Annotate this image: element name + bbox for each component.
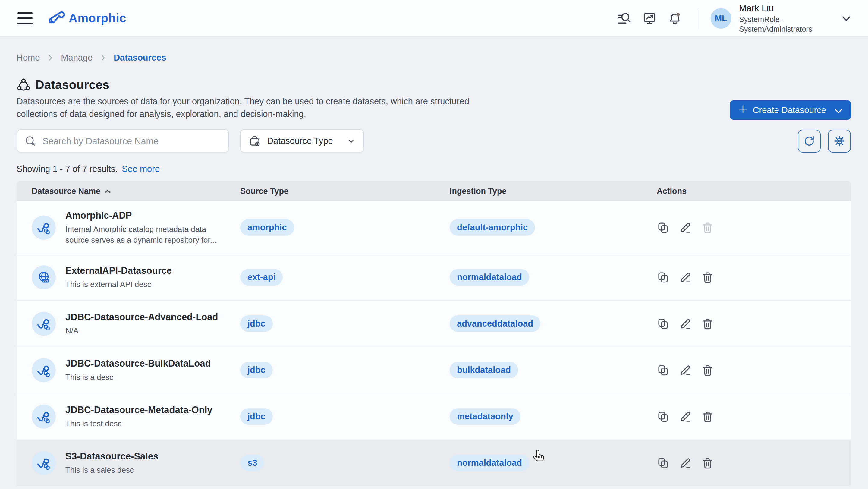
delete-icon[interactable] xyxy=(701,364,714,376)
create-datasource-button[interactable]: Create Datasource xyxy=(730,100,851,120)
column-header-actions: Actions xyxy=(657,187,851,196)
table-row[interactable]: API JDBC-Datasource-Advanced-Load N/A jd… xyxy=(17,300,851,347)
table-row[interactable]: API ExternalAPI-Datasource This is exter… xyxy=(17,254,851,300)
page-description: Datasources are the sources of data for … xyxy=(17,95,487,120)
results-count: Showing 1 - 7 of 7 results. xyxy=(17,164,118,174)
amorphic-link-icon xyxy=(36,456,51,470)
clone-icon[interactable] xyxy=(657,457,670,469)
ingestion-type-cell: metadataonly xyxy=(450,408,657,425)
refresh-button[interactable] xyxy=(798,130,821,153)
ingestion-type-badge: normaldataload xyxy=(450,455,529,471)
row-description: This is a sales desc xyxy=(65,465,158,476)
delete-icon[interactable] xyxy=(701,271,714,284)
create-datasource-label: Create Datasource xyxy=(753,105,826,115)
delete-icon[interactable] xyxy=(701,221,714,234)
breadcrumb-manage[interactable]: Manage xyxy=(61,53,93,63)
table-body: API Amorphic-ADP Internal Amorphic catal… xyxy=(17,201,851,486)
datasource-name-cell: API Amorphic-ADP Internal Amorphic catal… xyxy=(32,203,240,252)
filter-label: Datasource Type xyxy=(267,136,347,146)
clone-icon[interactable] xyxy=(657,410,670,423)
table-settings-button[interactable] xyxy=(828,130,851,153)
datasource-type-avatar: API xyxy=(32,312,56,336)
column-header-source-type: Source Type xyxy=(240,187,450,196)
table-row[interactable]: API JDBC-Datasource-Metadata-Only This i… xyxy=(17,393,851,439)
amorphic-link-icon xyxy=(36,364,51,377)
datasource-type-avatar: API xyxy=(32,451,56,475)
search-input[interactable] xyxy=(42,136,221,146)
datasource-name-cell: API ExternalAPI-Datasource This is exter… xyxy=(32,258,240,296)
breadcrumb-datasources[interactable]: Datasources xyxy=(114,53,166,63)
row-name: JDBC-Datasource-Advanced-Load xyxy=(65,311,218,323)
notifications-bell-icon[interactable] xyxy=(668,11,682,25)
edit-icon[interactable] xyxy=(679,317,692,330)
datasources-table: Datasource Name Source Type Ingestion Ty… xyxy=(17,181,851,486)
amorphic-link-icon xyxy=(36,221,51,234)
delete-icon[interactable] xyxy=(701,317,714,330)
search-icon xyxy=(24,135,36,147)
amorphic-logo-icon xyxy=(48,10,67,27)
source-type-cell: amorphic xyxy=(240,219,450,236)
topbar-divider xyxy=(697,7,698,29)
source-type-cell: jdbc xyxy=(240,315,450,332)
ingestion-type-badge: metadataonly xyxy=(450,408,521,425)
delete-icon[interactable] xyxy=(701,457,714,469)
row-description: This is external API desc xyxy=(65,279,172,290)
edit-icon[interactable] xyxy=(679,410,692,423)
edit-icon[interactable] xyxy=(679,364,692,376)
source-type-badge: jdbc xyxy=(240,362,273,378)
row-name: S3-Datasource-Sales xyxy=(65,451,158,462)
source-type-badge: s3 xyxy=(240,455,264,471)
table-row[interactable]: API S3-Datasource-Sales This is a sales … xyxy=(17,439,851,486)
table-row[interactable]: API JDBC-Datasource-BulkDataLoad This is… xyxy=(17,347,851,393)
ingestion-type-badge: default-amorphic xyxy=(450,219,535,236)
source-type-cell: jdbc xyxy=(240,408,450,425)
row-description: N/A xyxy=(65,325,218,336)
datasource-type-avatar: API xyxy=(32,265,56,289)
datasource-type-avatar: API xyxy=(32,358,56,382)
sort-ascending-icon[interactable] xyxy=(103,187,112,195)
ingestion-type-cell: bulkdataload xyxy=(450,362,657,378)
row-name: JDBC-Datasource-Metadata-Only xyxy=(65,404,213,416)
see-more-link[interactable]: See more xyxy=(122,164,160,174)
monitor-analytics-icon[interactable] xyxy=(643,11,656,25)
edit-icon[interactable] xyxy=(679,221,692,234)
user-info[interactable]: Mark Liu SystemRole-SystemAdministrators xyxy=(739,3,820,34)
edit-icon[interactable] xyxy=(679,271,692,284)
breadcrumb: Home Manage Datasources xyxy=(17,53,851,63)
clone-icon[interactable] xyxy=(657,221,670,234)
breadcrumb-home[interactable]: Home xyxy=(17,53,40,63)
source-type-badge: jdbc xyxy=(240,315,273,332)
row-name: Amorphic-ADP xyxy=(65,210,225,221)
datasource-name-cell: API JDBC-Datasource-Metadata-Only This i… xyxy=(32,398,240,436)
column-header-ingestion-type: Ingestion Type xyxy=(450,187,657,196)
datasource-type-avatar: API xyxy=(32,405,56,429)
user-role: SystemRole-SystemAdministrators xyxy=(739,14,820,34)
refresh-icon xyxy=(803,135,815,147)
datasource-type-filter[interactable]: Datasource Type xyxy=(240,129,364,153)
datasource-name-cell: API S3-Datasource-Sales This is a sales … xyxy=(32,444,240,482)
global-search-icon[interactable] xyxy=(617,11,631,25)
chevron-right-icon xyxy=(46,54,54,62)
column-header-datasource-name[interactable]: Datasource Name xyxy=(32,187,240,196)
hamburger-menu-icon[interactable] xyxy=(18,12,33,24)
table-header-row: Datasource Name Source Type Ingestion Ty… xyxy=(17,181,851,201)
user-menu-chevron-down-icon[interactable] xyxy=(840,12,853,25)
amorphic-link-icon xyxy=(36,410,51,423)
user-name: Mark Liu xyxy=(739,3,820,13)
edit-icon[interactable] xyxy=(679,457,692,469)
clone-icon[interactable] xyxy=(657,271,670,284)
table-row[interactable]: API Amorphic-ADP Internal Amorphic catal… xyxy=(17,201,851,254)
datasources-cluster-icon xyxy=(17,78,30,92)
source-type-cell: ext-api xyxy=(240,269,450,285)
datasource-name-cell: API JDBC-Datasource-Advanced-Load N/A xyxy=(32,305,240,343)
user-avatar[interactable]: ML xyxy=(711,8,731,29)
search-box[interactable] xyxy=(17,129,229,153)
clone-icon[interactable] xyxy=(657,364,670,376)
delete-icon[interactable] xyxy=(701,410,714,423)
top-navigation-bar: Amorphic ML Mark Liu xyxy=(0,0,868,37)
main-content: Home Manage Datasources Datasources Data… xyxy=(0,53,868,486)
ingestion-type-badge: bulkdataload xyxy=(450,362,518,378)
actions-cell xyxy=(657,457,851,469)
clone-icon[interactable] xyxy=(657,317,670,330)
amorphic-logo[interactable]: Amorphic xyxy=(48,10,126,27)
